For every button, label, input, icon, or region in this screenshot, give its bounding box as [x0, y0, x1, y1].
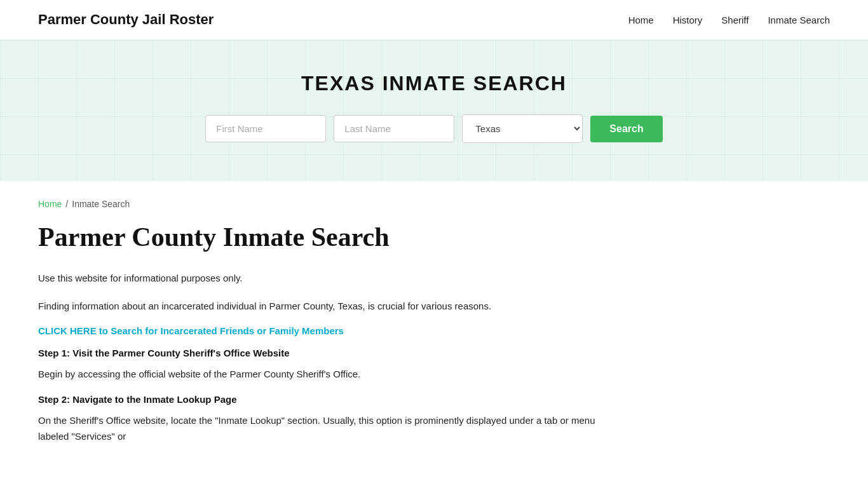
site-header: Parmer County Jail Roster Home History S…	[0, 0, 868, 40]
nav-sheriff[interactable]: Sheriff	[721, 15, 749, 25]
page-heading: Parmer County Inmate Search	[38, 222, 597, 252]
search-button[interactable]: Search	[590, 116, 662, 142]
step1-body: Begin by accessing the official website …	[38, 366, 597, 383]
nav-home[interactable]: Home	[628, 15, 654, 25]
search-form: Texas Alabama Alaska Arizona Arkansas Ca…	[13, 114, 855, 143]
nav-inmate-search[interactable]: Inmate Search	[768, 15, 830, 25]
step2-heading: Step 2: Navigate to the Inmate Lookup Pa…	[38, 394, 597, 405]
hero-title: TEXAS INMATE SEARCH	[13, 72, 855, 95]
breadcrumb-home[interactable]: Home	[38, 199, 62, 209]
first-name-input[interactable]	[205, 115, 326, 142]
step1-heading: Step 1: Visit the Parmer County Sheriff'…	[38, 348, 597, 358]
click-here-link[interactable]: CLICK HERE to Search for Incarcerated Fr…	[38, 325, 597, 336]
hero-section: TEXAS INMATE SEARCH Texas Alabama Alaska…	[0, 40, 868, 181]
breadcrumb-separator: /	[65, 199, 68, 209]
intro-paragraph-2: Finding information about an incarcerate…	[38, 298, 597, 315]
site-title[interactable]: Parmer County Jail Roster	[38, 11, 214, 28]
breadcrumb: Home / Inmate Search	[38, 199, 830, 209]
breadcrumb-section: Home / Inmate Search	[0, 181, 868, 215]
nav-history[interactable]: History	[673, 15, 703, 25]
main-content: Parmer County Inmate Search Use this web…	[0, 215, 635, 482]
step2-body: On the Sheriff's Office website, locate …	[38, 412, 597, 445]
last-name-input[interactable]	[334, 115, 454, 142]
main-nav: Home History Sheriff Inmate Search	[628, 15, 830, 25]
state-select[interactable]: Texas Alabama Alaska Arizona Arkansas Ca…	[462, 114, 583, 143]
intro-paragraph-1: Use this website for informational purpo…	[38, 270, 597, 287]
breadcrumb-current: Inmate Search	[72, 199, 130, 209]
